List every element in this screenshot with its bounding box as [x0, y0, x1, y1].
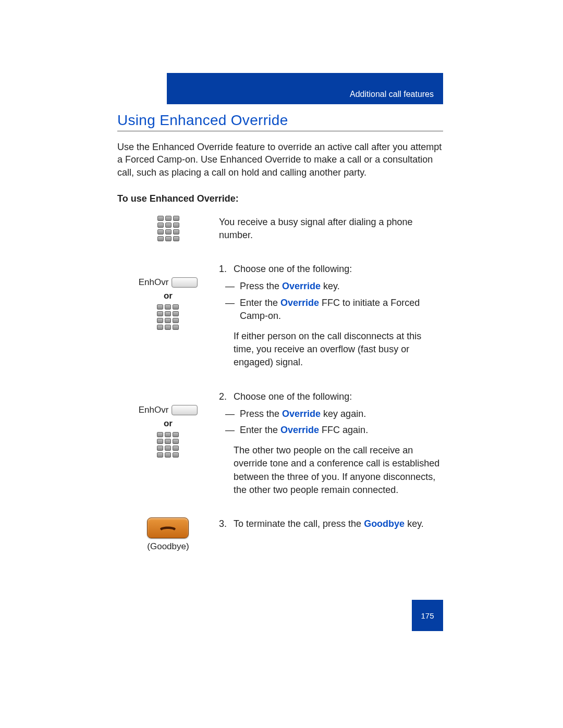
goodbye-caption: (Goodbye): [147, 541, 189, 552]
page: Additional call features Using Enhanced …: [0, 0, 563, 728]
dash: —: [225, 408, 240, 421]
header-category-text: Additional call features: [350, 90, 434, 99]
keypad-icon: [157, 304, 179, 330]
step-row-3: (Goodbye) 3. To terminate the call, pres…: [117, 517, 443, 552]
softkey-button-icon: [172, 277, 198, 288]
step2-text: 2. Choose one of the following: — Press …: [219, 390, 443, 497]
header-category-bar: Additional call features: [167, 73, 443, 104]
or-label: or: [164, 418, 173, 429]
step2-graphic-col: EnhOvr or: [117, 390, 219, 497]
dash: —: [225, 280, 240, 293]
step1-note: If either person on the call disconnects…: [234, 330, 443, 369]
step0-graphic-col: [117, 216, 219, 242]
step-row-1: EnhOvr or 1. Choose one of the following: [117, 263, 443, 369]
override-key-label: Override: [280, 298, 319, 308]
step2-option-a: Press the Override key again.: [240, 408, 366, 421]
step2-option-b: Enter the Override FFC again.: [240, 424, 368, 437]
or-label: or: [164, 291, 173, 301]
keypad-icon: [157, 216, 179, 241]
content-area: Using Enhanced Override Use the Enhanced…: [117, 112, 443, 552]
step-row-2: EnhOvr or 2. Choose one of the following: [117, 390, 443, 497]
step2-note: The other two people on the call receive…: [234, 444, 443, 497]
step3-text: 3. To terminate the call, press the Good…: [219, 517, 443, 552]
procedure-heading: To use Enhanced Override:: [117, 193, 443, 204]
step1-graphic-col: EnhOvr or: [117, 263, 219, 369]
page-title: Using Enhanced Override: [117, 112, 443, 129]
goodbye-button-icon: [147, 517, 189, 538]
softkey-enhovr: EnhOvr: [139, 405, 198, 415]
step3-body: To terminate the call, press the Goodbye…: [234, 517, 424, 530]
step3-number: 3.: [219, 517, 234, 530]
step2-lead: Choose one of the following:: [234, 390, 352, 403]
override-key-label: Override: [282, 281, 321, 291]
keypad-icon: [157, 432, 179, 458]
step-row-0: You receive a busy signal after dialing …: [117, 216, 443, 242]
title-divider: [117, 131, 443, 131]
softkey-enhovr: EnhOvr: [139, 277, 198, 288]
goodbye-key-label: Goodbye: [364, 519, 405, 529]
step1-option-b: Enter the Override FFC to initiate a For…: [240, 297, 443, 323]
step2-number: 2.: [219, 390, 234, 403]
step1-option-a: Press the Override key.: [240, 280, 340, 293]
page-number: 175: [421, 611, 434, 620]
dash: —: [225, 297, 240, 323]
softkey-button-icon: [172, 405, 198, 415]
softkey-label: EnhOvr: [139, 277, 169, 288]
dash: —: [225, 424, 240, 437]
step1-lead: Choose one of the following:: [234, 263, 352, 276]
step1-number: 1.: [219, 263, 234, 276]
override-key-label: Override: [282, 409, 321, 419]
override-key-label: Override: [280, 425, 319, 435]
step1-text: 1. Choose one of the following: — Press …: [219, 263, 443, 369]
step3-graphic-col: (Goodbye): [117, 517, 219, 552]
page-number-box: 175: [412, 600, 443, 631]
step0-text: You receive a busy signal after dialing …: [219, 216, 443, 242]
softkey-label: EnhOvr: [139, 405, 169, 415]
intro-paragraph: Use the Enhanced Override feature to ove…: [117, 141, 443, 179]
